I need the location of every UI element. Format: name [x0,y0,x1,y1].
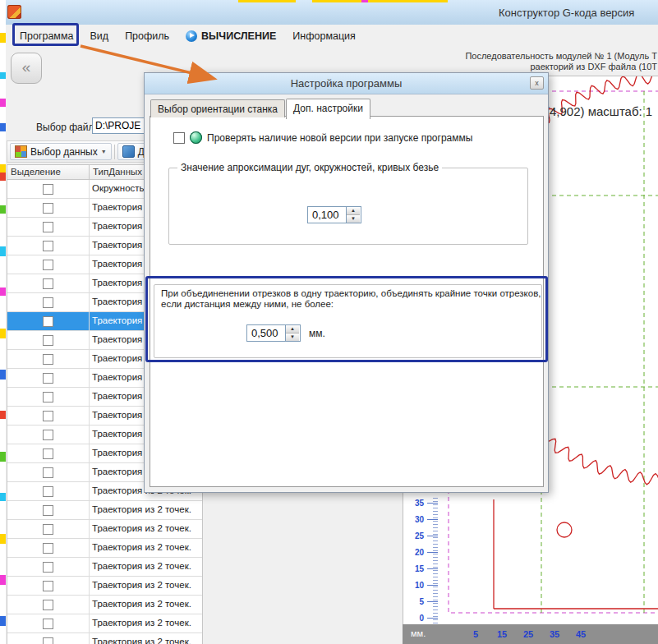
join-segments-text-line2: если дистанция между ними, не более: [161,299,334,309]
update-check-icon [190,131,202,144]
bottom-ruler-label: 45 [573,629,588,639]
units-label: мм. [411,628,426,638]
table-row[interactable]: Траектория из 2 точек. [7,596,202,614]
table-header-selection[interactable]: Выделение [7,165,90,179]
spin-down-button[interactable]: ▼ [286,334,299,341]
vertical-ruler-label: 20 [403,548,424,557]
row-selection-cell [7,577,90,595]
sequence-info-line2: раекторий из DXF файла (10Т [465,62,657,72]
row-checkbox[interactable] [43,241,53,251]
row-checkbox[interactable] [43,260,53,270]
row-checkbox[interactable] [43,335,53,346]
row-type-label: Траектория из 2 точек. [90,614,202,632]
row-checkbox[interactable] [43,316,53,327]
spin-down-button[interactable]: ▼ [347,215,360,223]
join-distance-unit: мм. [309,328,325,339]
update-check-checkbox[interactable] [173,132,185,144]
table-row[interactable]: Траектория из 2 точек. [7,539,202,558]
table-row[interactable]: Траектория из 2 точек. [7,633,202,644]
row-checkbox[interactable] [43,637,53,644]
row-checkbox[interactable] [43,524,53,535]
row-checkbox[interactable] [43,581,53,591]
table-row[interactable]: Траектория из 2 точек. [7,614,202,633]
approximation-group: Значение апроксимации дуг, окружностей, … [168,168,528,245]
row-selection-cell [7,180,90,198]
row-checkbox[interactable] [43,430,53,440]
row-selection-cell [7,558,90,576]
row-checkbox[interactable] [43,467,53,478]
vertical-ruler-label: 35 [403,499,424,508]
row-selection-cell [7,501,90,519]
row-checkbox[interactable] [43,562,53,573]
row-checkbox[interactable] [43,203,53,214]
row-checkbox[interactable] [43,505,53,516]
hole-circle [557,522,572,537]
row-type-label: Траектория из 2 точек. [90,577,202,595]
row-selection-cell [7,274,90,292]
menu-bar: ПрограммаВидПрофильВЫЧИСЛЕНИЕИнформация [0,25,658,47]
approximation-group-title: Значение апроксимации дуг, окружностей, … [177,162,442,173]
row-checkbox[interactable] [43,392,53,402]
chevron-down-icon: ▼ [101,149,107,154]
dialog-close-button[interactable]: x [530,76,544,90]
join-spinner-buttons: ▲ ▼ [285,325,299,341]
dialog-tab-1[interactable]: Доп. настройки [286,99,370,119]
window-title: Конструктор G-кода версия [499,7,634,19]
menu-item-1[interactable]: Вид [82,26,117,46]
row-type-label: Траектория из 2 точек. [90,633,202,644]
dialog-tab-content: Проверять наличие новой версии при запус… [150,116,544,487]
approximation-spinner: 0,100 ▲ ▼ [307,206,361,223]
row-checkbox[interactable] [43,619,53,629]
join-distance-spinner: 0,500 ▲ ▼ [246,324,301,342]
row-checkbox[interactable] [43,411,53,421]
row-selection-cell [7,407,90,425]
row-checkbox[interactable] [43,373,53,384]
row-selection-cell [7,312,90,330]
row-type-label: Траектория из 2 точек. [90,539,202,557]
row-selection-cell [7,426,90,444]
row-selection-cell [7,369,90,387]
menu-item-4[interactable]: Информация [284,26,364,46]
row-checkbox[interactable] [43,486,53,497]
row-selection-cell [7,463,90,481]
row-type-label: Траектория из 2 точек. [90,596,202,614]
dialog-tabs: Выбор ориентации станкаДоп. настройки [150,99,371,117]
row-selection-cell [7,293,90,311]
join-distance-value[interactable]: 0,500 [247,325,285,341]
sequence-info-line1: Последовательность модулей № 1 (Модуль Т [465,51,657,62]
data-select-button[interactable]: Выбор данных ▼ [10,143,112,160]
row-selection-cell [7,596,90,614]
menu-item-3[interactable]: ВЫЧИСЛЕНИЕ [177,26,284,46]
screen-edge-artifact-left [0,0,6,644]
row-checkbox[interactable] [43,543,53,554]
table-row[interactable]: Траектория из 2 точек. [7,577,202,596]
row-selection-cell [7,482,90,500]
menu-item-0[interactable]: Программа [12,26,82,46]
approximation-spinner-buttons: ▲ ▼ [346,207,360,223]
coordinates-scale-text: (4,902) масштаб: 1 [545,104,652,118]
vertical-ruler-label: 10 [403,581,424,590]
row-checkbox[interactable] [43,222,53,232]
table-row[interactable]: Траектория из 2 точек. [7,520,202,539]
approximation-value[interactable]: 0,100 [308,207,346,223]
bottom-ruler-label: 35 [547,629,562,639]
spin-up-button[interactable]: ▲ [286,325,299,334]
row-checkbox[interactable] [43,600,53,610]
dialog-title-bar[interactable]: Настройка программы [145,73,548,94]
bottom-ruler-label: 25 [521,629,536,639]
row-checkbox[interactable] [43,278,53,289]
data-grid-icon [15,145,27,158]
spin-up-button[interactable]: ▲ [347,207,360,215]
row-checkbox[interactable] [43,297,53,308]
update-check-row: Проверять наличие новой версии при запус… [173,131,472,144]
join-segments-group: При объединенении отрезков в одну траект… [154,284,542,358]
menu-item-2[interactable]: Профиль [117,26,177,46]
row-checkbox[interactable] [43,448,53,459]
row-type-label: Траектория из 2 точек. [90,558,202,576]
row-checkbox[interactable] [43,184,53,195]
collapse-panel-button[interactable]: « [11,53,42,84]
row-checkbox[interactable] [43,354,53,365]
table-row[interactable]: Траектория из 2 точек. [7,501,202,520]
table-row[interactable]: Траектория из 2 точек. [7,558,202,577]
dialog-tab-0[interactable]: Выбор ориентации станка [150,99,285,117]
